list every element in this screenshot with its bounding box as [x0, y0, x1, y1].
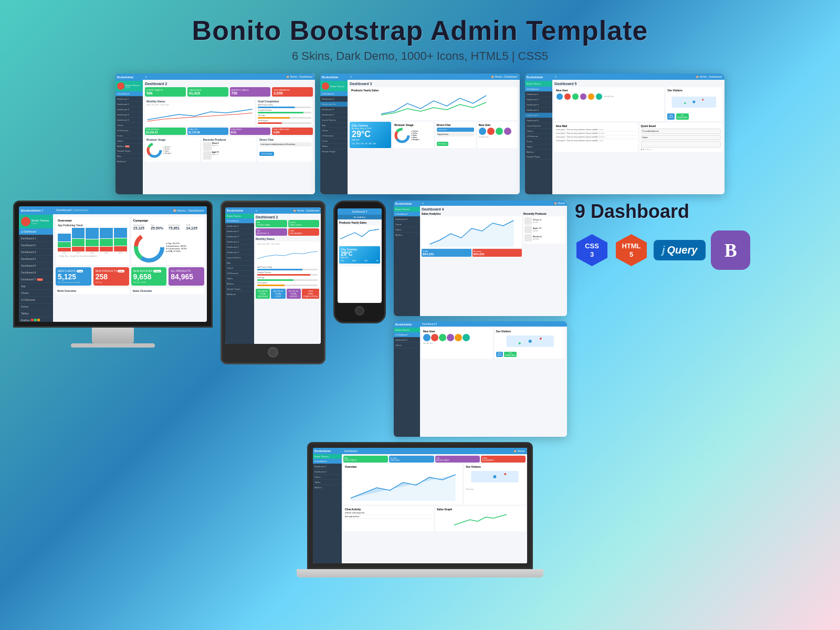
sidebar-brand: BonitoAdmin: [116, 74, 143, 81]
svg-point-20: [518, 342, 520, 344]
svg-point-15: [140, 238, 159, 257]
title-area: Bonito Bootstrap Admin Template 6 Skins,…: [0, 0, 840, 68]
dashboard3-top-card: BonitoAdmin Bonito Themes ● Dashboard Da…: [320, 74, 520, 194]
topbar: ≡🏠 Home › Dashboard: [143, 74, 315, 80]
imac-screen-content: BonitoAdmin ≡ Bonito ThemesOnline ● Dash…: [19, 206, 207, 322]
dash2-title: Dashboard 2: [145, 82, 313, 86]
html5-badge: HTML5: [614, 233, 648, 267]
send-button[interactable]: Send message: [259, 152, 274, 156]
top-screenshots-row: BonitoAdmin Bonito ThemesOnline ● Dashbo…: [0, 68, 840, 194]
svg-marker-16: [430, 220, 514, 247]
svg-point-18: [528, 340, 531, 343]
css3-badge: CSS3: [575, 233, 609, 267]
phone-device: Dashboard 3 BonitoAdmin Products Yearly …: [333, 201, 386, 323]
dashboard5-top-card: BonitoAdmin Bonito Themes ● Dashboard Da…: [525, 74, 724, 194]
bootstrap-badge: B: [711, 230, 750, 270]
phone-screen-content: Dashboard 3 BonitoAdmin Products Yearly …: [338, 208, 382, 303]
sidebar-item-dashboard[interactable]: ● Dashboard: [116, 91, 143, 97]
svg-point-7: [400, 133, 405, 138]
laptop-device: BonitoAdmin Bonito Themes ● Dashboard Da…: [0, 442, 840, 578]
dashboard4-card: BonitoAdmin Bonito Themes ● Dashboard Da…: [394, 201, 567, 437]
jquery-badge: jQuery: [654, 240, 706, 260]
tablet-screen-content: BonitoAdmin Bonito Themes ● Dashboard Da…: [225, 207, 321, 344]
sidebar-user: Bonito ThemesOnline: [116, 81, 143, 91]
main-title: Bonito Bootstrap Admin Template: [10, 15, 830, 46]
tech-badges: CSS3 HTML5 jQuery B: [575, 230, 750, 270]
svg-point-26: [505, 473, 507, 475]
nine-dashboard-label: 9 Dashboard: [575, 201, 750, 223]
svg-point-3: [152, 148, 157, 153]
subtitle: 6 Skins, Dark Demo, 1000+ Icons, HTML5 |…: [10, 49, 830, 63]
dashboard2-top-card: BonitoAdmin Bonito ThemesOnline ● Dashbo…: [116, 74, 315, 194]
svg-point-25: [494, 475, 497, 478]
svg-point-11: [685, 102, 686, 104]
svg-point-9: [693, 101, 696, 103]
svg-point-19: [539, 338, 541, 340]
tablet-device: BonitoAdmin Bonito Themes ● Dashboard Da…: [220, 201, 326, 364]
svg-point-10: [702, 99, 704, 100]
imac-device: BonitoAdmin ≡ Bonito ThemesOnline ● Dash…: [13, 201, 213, 348]
